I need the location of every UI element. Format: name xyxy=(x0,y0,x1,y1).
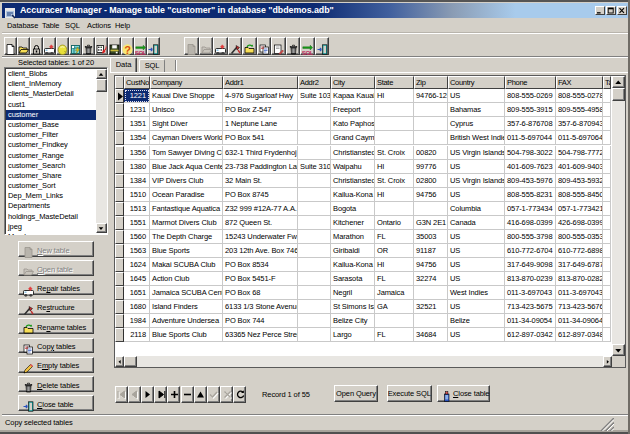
svg-text:SQL: SQL xyxy=(135,49,146,55)
svg-text:SQL: SQL xyxy=(302,49,313,55)
svg-text:?: ? xyxy=(124,44,131,55)
